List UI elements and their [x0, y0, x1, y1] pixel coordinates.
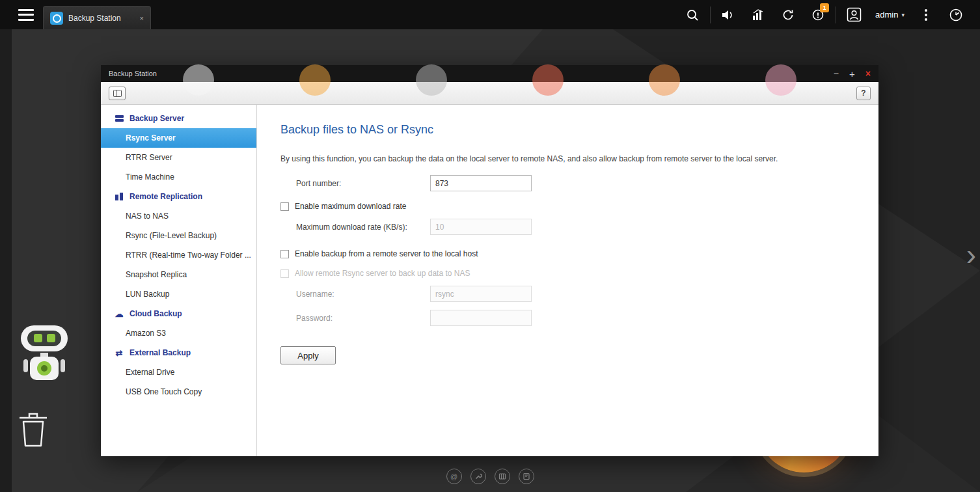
- sidebar-item-cloud-backup[interactable]: ☁ Cloud Backup: [101, 304, 256, 323]
- window-controls: − + ×: [834, 69, 871, 79]
- sidebar-item-backup-server[interactable]: Backup Server: [101, 109, 256, 128]
- background-strip: [0, 29, 12, 492]
- sidebar-item-usb-one-touch-copy[interactable]: USB One Touch Copy: [101, 382, 256, 402]
- max-download-rate-label: Maximum download rate (KB/s):: [280, 223, 430, 232]
- sidebar-item-lun-backup[interactable]: LUN Backup: [101, 284, 256, 304]
- topbar-right-cluster: 1 admin ▾: [677, 7, 980, 23]
- user-menu[interactable]: admin ▾: [875, 10, 905, 20]
- enable-max-download-rate-checkbox[interactable]: [280, 202, 289, 211]
- main-menu-icon[interactable]: [18, 9, 34, 21]
- sidebar-item-snapshot-replica[interactable]: Snapshot Replica: [101, 265, 256, 284]
- dock-icon-1[interactable]: @: [446, 469, 462, 484]
- separator: [836, 7, 836, 23]
- sidebar-item-label: USB One Touch Copy: [126, 387, 202, 396]
- robot-mascot: [17, 324, 72, 392]
- dock-icon-wrench[interactable]: [470, 469, 486, 484]
- close-button[interactable]: ×: [865, 69, 871, 78]
- chevron-down-icon: ▾: [901, 12, 905, 18]
- dock-icon-note[interactable]: [519, 469, 534, 484]
- sidebar-item-rsync-server[interactable]: Rsync Server: [101, 128, 256, 148]
- sidebar-item-label: RTRR (Real-time Two-way Folder ...: [126, 251, 251, 260]
- background-tasks-icon[interactable]: [773, 8, 803, 21]
- sidebar-item-rtrr-server[interactable]: RTRR Server: [101, 148, 256, 167]
- window-toolbar: ?: [101, 82, 878, 105]
- allow-remote-rsync-row: Allow remote Rsync server to back up dat…: [280, 269, 865, 278]
- enable-max-download-rate-row[interactable]: Enable maximum download rate: [280, 202, 865, 211]
- apply-button[interactable]: Apply: [280, 346, 336, 364]
- toggle-sidebar-button[interactable]: [109, 87, 126, 100]
- notification-badge: 1: [820, 3, 829, 12]
- sidebar-item-rtrr-realtime[interactable]: RTRR (Real-time Two-way Folder ...: [101, 245, 256, 265]
- window-titlebar[interactable]: Backup Station − + ×: [101, 65, 878, 82]
- separator: [710, 7, 711, 23]
- port-number-input[interactable]: [430, 175, 532, 191]
- dashboard-icon[interactable]: [941, 8, 971, 22]
- top-bar: Backup Station × 1: [0, 0, 980, 29]
- dock-icon-columns[interactable]: [495, 469, 510, 484]
- replication-icon: [114, 193, 124, 200]
- enable-remote-backup-label: Enable backup from a remote server to th…: [295, 249, 478, 258]
- max-download-rate-row: Maximum download rate (KB/s):: [280, 219, 865, 235]
- main-content: Backup files to NAS or Rsync By using th…: [257, 105, 878, 456]
- page-title: Backup files to NAS or Rsync: [280, 123, 865, 137]
- resource-monitor-icon[interactable]: [743, 8, 773, 21]
- port-number-label: Port number:: [280, 179, 430, 188]
- sidebar-item-label: Remote Replication: [129, 192, 202, 201]
- sync-arrows-icon: ⇄: [114, 349, 124, 357]
- sidebar-item-rsync-file-level[interactable]: Rsync (File-Level Backup): [101, 226, 256, 245]
- sidebar-item-external-drive[interactable]: External Drive: [101, 362, 256, 382]
- sidebar-item-label: Backup Server: [129, 114, 184, 123]
- sidebar-item-time-machine[interactable]: Time Machine: [101, 167, 256, 187]
- bottom-dock: @: [0, 469, 980, 484]
- tab-backup-station[interactable]: Backup Station ×: [43, 6, 151, 29]
- more-options-icon[interactable]: [911, 8, 941, 21]
- allow-remote-rsync-label: Allow remote Rsync server to back up dat…: [295, 269, 470, 278]
- sidebar-item-external-backup[interactable]: ⇄ External Backup: [101, 343, 256, 362]
- password-row: Password:: [280, 310, 865, 326]
- tab-label: Backup Station: [68, 14, 121, 23]
- server-icon: [114, 115, 124, 122]
- sidebar-item-label: External Drive: [126, 368, 174, 377]
- username-input: [430, 286, 532, 302]
- sidebar-item-label: Amazon S3: [126, 329, 166, 338]
- sidebar: Backup Server Rsync Server RTRR Server T…: [101, 105, 257, 456]
- enable-remote-backup-row[interactable]: Enable backup from a remote server to th…: [280, 249, 865, 258]
- trash-icon[interactable]: [18, 411, 48, 450]
- next-desktop-chevron-icon[interactable]: ›: [966, 239, 976, 269]
- search-icon[interactable]: [677, 8, 707, 21]
- password-label: Password:: [280, 314, 430, 323]
- user-icon[interactable]: [839, 7, 869, 22]
- sidebar-item-label: Rsync Server: [126, 133, 176, 143]
- window-body: Backup Server Rsync Server RTRR Server T…: [101, 105, 878, 456]
- sidebar-item-remote-replication[interactable]: Remote Replication: [101, 187, 256, 206]
- tab-close-icon[interactable]: ×: [140, 14, 144, 22]
- sidebar-item-label: Rsync (File-Level Backup): [126, 231, 217, 240]
- password-input: [430, 310, 532, 326]
- minimize-button[interactable]: −: [834, 69, 839, 78]
- sidebar-item-label: Cloud Backup: [129, 309, 182, 318]
- sidebar-item-amazon-s3[interactable]: Amazon S3: [101, 323, 256, 343]
- username-label: Username:: [280, 290, 430, 299]
- sidebar-item-label: LUN Backup: [126, 290, 169, 299]
- sidebar-item-label: Snapshot Replica: [126, 270, 187, 279]
- help-button[interactable]: ?: [856, 87, 871, 100]
- backup-station-window: Backup Station − + × ? Backup Server Rs: [101, 65, 878, 456]
- backup-station-app-icon: [50, 12, 63, 25]
- user-name-label: admin: [875, 10, 898, 20]
- enable-max-download-rate-label: Enable maximum download rate: [295, 202, 406, 211]
- desktop: Backup Station × 1: [0, 0, 980, 492]
- notifications-icon[interactable]: 1: [803, 8, 833, 21]
- sidebar-item-nas-to-nas[interactable]: NAS to NAS: [101, 206, 256, 226]
- sidebar-item-label: Time Machine: [126, 172, 174, 182]
- enable-remote-backup-checkbox[interactable]: [280, 250, 289, 258]
- sidebar-item-label: RTRR Server: [126, 153, 172, 162]
- page-description: By using this function, you can backup t…: [280, 154, 865, 163]
- port-number-row: Port number:: [280, 175, 865, 191]
- username-row: Username:: [280, 286, 865, 302]
- maximize-button[interactable]: +: [849, 69, 855, 79]
- sidebar-item-label: External Backup: [129, 348, 191, 357]
- max-download-rate-input: [430, 219, 532, 235]
- cloud-icon: ☁: [114, 310, 124, 318]
- sidebar-item-label: NAS to NAS: [126, 212, 169, 221]
- volume-icon[interactable]: [713, 8, 743, 21]
